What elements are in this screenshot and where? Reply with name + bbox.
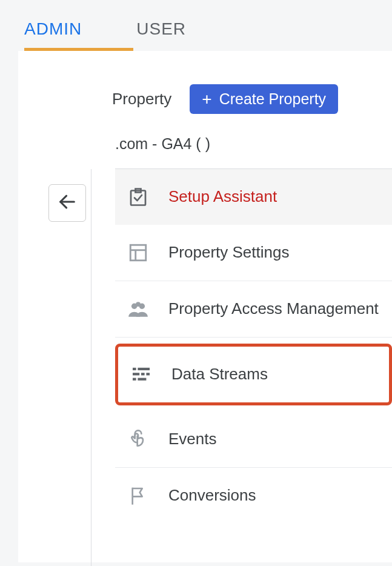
menu-label-property-access: Property Access Management xyxy=(168,299,379,319)
touch-icon xyxy=(126,427,150,451)
svg-rect-11 xyxy=(141,373,145,375)
tab-admin[interactable]: ADMIN xyxy=(24,12,82,51)
flag-icon xyxy=(126,484,150,508)
menu-conversions[interactable]: Conversions xyxy=(115,468,392,524)
svg-rect-2 xyxy=(130,245,146,261)
data-streams-icon xyxy=(129,362,153,387)
menu-label-data-streams: Data Streams xyxy=(171,364,268,385)
admin-panel: Property + Create Property .com - GA4 ( … xyxy=(18,51,392,562)
layout-icon xyxy=(126,241,150,265)
property-label: Property xyxy=(112,90,171,108)
menu-setup-assistant[interactable]: Setup Assistant xyxy=(115,169,392,225)
svg-point-7 xyxy=(136,302,141,307)
tabs: ADMIN USER xyxy=(0,0,392,51)
menu-label-setup-assistant: Setup Assistant xyxy=(168,187,277,207)
back-button[interactable] xyxy=(48,184,86,222)
property-header: Property + Create Property xyxy=(112,84,392,114)
property-name[interactable]: .com - GA4 ( ) xyxy=(115,135,392,169)
menu-events[interactable]: Events xyxy=(115,411,392,468)
svg-rect-9 xyxy=(138,368,150,370)
arrow-left-icon xyxy=(57,191,78,215)
checklist-icon xyxy=(126,185,150,209)
menu-label-events: Events xyxy=(168,429,217,450)
svg-rect-8 xyxy=(133,368,136,370)
svg-rect-14 xyxy=(138,378,146,381)
vertical-divider xyxy=(91,169,91,566)
svg-rect-12 xyxy=(146,373,150,375)
menu-label-conversions: Conversions xyxy=(168,485,256,506)
people-icon xyxy=(126,297,150,321)
property-menu: Setup Assistant Property Settings Proper… xyxy=(115,169,392,524)
svg-rect-13 xyxy=(133,378,136,381)
svg-rect-10 xyxy=(133,373,139,375)
menu-property-settings[interactable]: Property Settings xyxy=(115,225,392,281)
tab-user[interactable]: USER xyxy=(136,12,186,51)
create-property-button[interactable]: + Create Property xyxy=(190,84,338,114)
menu-property-access[interactable]: Property Access Management xyxy=(115,281,392,338)
menu-label-property-settings: Property Settings xyxy=(168,242,289,263)
plus-icon: + xyxy=(202,91,211,108)
menu-data-streams[interactable]: Data Streams xyxy=(115,344,392,405)
create-property-label: Create Property xyxy=(219,90,326,108)
